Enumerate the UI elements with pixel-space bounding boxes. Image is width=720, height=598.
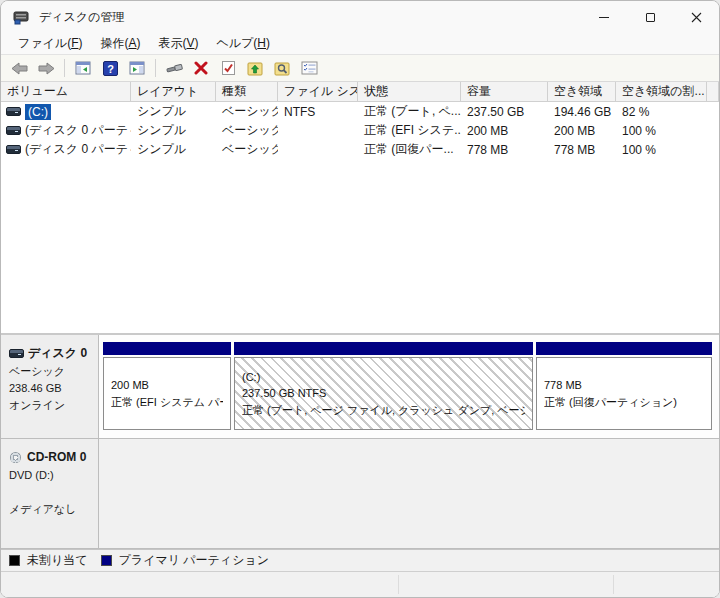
volume-free-percent: 100 % (616, 124, 707, 138)
maximize-icon (646, 13, 655, 22)
statusbar-divider (613, 575, 614, 594)
menu-help[interactable]: ヘルプ(H) (208, 33, 280, 54)
volume-icon (6, 126, 21, 135)
column-header-layout[interactable]: レイアウト (131, 82, 216, 101)
disk0-size: 238.46 GB (9, 380, 92, 397)
volume-free-space: 200 MB (548, 124, 616, 138)
volume-row-c[interactable]: (C:) シンプル ベーシック NTFS 正常 (ブート, ペ... 237.5… (1, 102, 719, 121)
volume-row-recovery[interactable]: (ディスク 0 パーティシ... シンプル ベーシック 正常 (回復パー... … (1, 140, 719, 159)
show-console-tree-button[interactable] (71, 57, 95, 79)
forward-button[interactable] (34, 57, 58, 79)
open-folder-button[interactable] (243, 57, 267, 79)
column-header-free-space[interactable]: 空き領域 (548, 82, 616, 101)
partition-size: 237.50 GB NTFS (242, 385, 525, 402)
show-console-tree-icon (75, 61, 91, 75)
menu-view[interactable]: 表示(V) (149, 33, 207, 54)
menu-action[interactable]: 操作(A) (91, 33, 149, 54)
volume-layout: シンプル (131, 103, 216, 120)
mark-partition-icon (221, 60, 236, 76)
status-bar (1, 571, 719, 597)
cdrom-track (99, 439, 719, 548)
forward-icon (38, 62, 55, 75)
properties-icon (301, 61, 318, 75)
delete-volume-icon (194, 61, 208, 75)
toolbar-separator (155, 59, 156, 77)
show-action-pane-button[interactable] (125, 57, 149, 79)
column-header-type[interactable]: 種類 (216, 82, 278, 101)
window-title: ディスクの管理 (39, 9, 124, 26)
column-header-filesystem[interactable]: ファイル システム (278, 82, 358, 101)
volume-name: (C:) (25, 104, 51, 120)
explore-folder-button[interactable] (270, 57, 294, 79)
volume-name: (ディスク 0 パーティシ... (25, 141, 131, 158)
volume-row-efi[interactable]: (ディスク 0 パーティシ... シンプル ベーシック 正常 (EFI システ.… (1, 121, 719, 140)
partition-status: 正常 (ブート, ページ ファイル, クラッシュ ダンプ, ベーシック データ (242, 402, 525, 419)
cdrom-label-panel[interactable]: CD-ROM 0 DVD (D:) メディアなし (1, 439, 99, 548)
disk-icon (9, 349, 24, 358)
unallocated-swatch-icon (9, 555, 20, 566)
disk0-partition-track: 200 MB 正常 (EFI システム パーテ (C:) 237.50 GB N… (99, 335, 719, 438)
toolbar-separator (64, 59, 65, 77)
column-header-status[interactable]: 状態 (358, 82, 461, 101)
volume-layout: シンプル (131, 122, 216, 139)
delete-volume-button[interactable] (189, 57, 213, 79)
disk0-label-panel[interactable]: ディスク 0 ベーシック 238.46 GB オンライン (1, 335, 99, 438)
volume-free-space: 194.46 GB (548, 105, 616, 119)
partition-color-bar (536, 342, 712, 355)
partition-color-bar (234, 342, 533, 355)
partition-name: (C:) (242, 369, 525, 386)
partition-color-bar (103, 342, 231, 355)
partition-status: 正常 (EFI システム パーテ (111, 394, 223, 411)
primary-partition-swatch-icon (101, 555, 112, 566)
volume-type: ベーシック (216, 122, 278, 139)
disk0-name: ディスク 0 (28, 344, 87, 363)
volume-status: 正常 (回復パー... (358, 141, 461, 158)
help-button[interactable]: ? (98, 57, 122, 79)
volume-filesystem: NTFS (278, 105, 358, 119)
cdrom-icon (9, 452, 23, 463)
volume-capacity: 778 MB (461, 143, 548, 157)
menu-bar: ファイル(F) 操作(A) 表示(V) ヘルプ(H) (1, 33, 719, 55)
maximize-button[interactable] (627, 1, 673, 33)
column-header-volume[interactable]: ボリューム (1, 82, 131, 101)
volume-free-percent: 82 % (616, 105, 707, 119)
back-button[interactable] (7, 57, 31, 79)
column-header-filler (707, 82, 719, 101)
partition-recovery[interactable]: 778 MB 正常 (回復パーティション) (536, 342, 712, 430)
open-folder-icon (247, 61, 263, 76)
column-header-free-percent[interactable]: 空き領域の割... (616, 82, 707, 101)
partition-size: 778 MB (544, 377, 704, 394)
mark-partition-button[interactable] (216, 57, 240, 79)
properties-button[interactable] (297, 57, 321, 79)
svg-text:?: ? (107, 62, 114, 74)
close-button[interactable] (673, 1, 719, 33)
volume-list: (C:) シンプル ベーシック NTFS 正常 (ブート, ペ... 237.5… (1, 102, 719, 333)
tool-icon (166, 62, 183, 75)
cdrom-row: CD-ROM 0 DVD (D:) メディアなし (1, 439, 719, 549)
volume-icon (6, 145, 21, 154)
partition-c[interactable]: (C:) 237.50 GB NTFS 正常 (ブート, ページ ファイル, ク… (234, 342, 533, 430)
legend-bar: 未割り当て プライマリ パーティション (1, 549, 719, 571)
partition-status: 正常 (回復パーティション) (544, 394, 704, 411)
column-header-capacity[interactable]: 容量 (461, 82, 548, 101)
minimize-button[interactable] (581, 1, 627, 33)
tool-button[interactable] (162, 57, 186, 79)
cdrom-drive-letter: DVD (D:) (9, 467, 92, 484)
volume-name: (ディスク 0 パーティシ... (25, 122, 131, 139)
toolbar: ? (1, 55, 719, 82)
volume-capacity: 200 MB (461, 124, 548, 138)
volume-status: 正常 (EFI システ... (358, 122, 461, 139)
volume-capacity: 237.50 GB (461, 105, 548, 119)
volume-type: ベーシック (216, 141, 278, 158)
legend-unallocated-label: 未割り当て (27, 552, 88, 569)
close-icon (691, 12, 702, 23)
volume-free-percent: 100 % (616, 143, 707, 157)
volume-list-header: ボリューム レイアウト 種類 ファイル システム 状態 容量 空き領域 空き領域… (1, 82, 719, 102)
volume-status: 正常 (ブート, ペ... (358, 103, 461, 120)
menu-file[interactable]: ファイル(F) (9, 33, 91, 54)
statusbar-divider (398, 575, 399, 594)
volume-icon (6, 107, 21, 116)
legend-primary-partition-label: プライマリ パーティション (119, 552, 269, 569)
disk0-row: ディスク 0 ベーシック 238.46 GB オンライン 200 MB 正常 (… (1, 335, 719, 439)
partition-efi[interactable]: 200 MB 正常 (EFI システム パーテ (103, 342, 231, 430)
